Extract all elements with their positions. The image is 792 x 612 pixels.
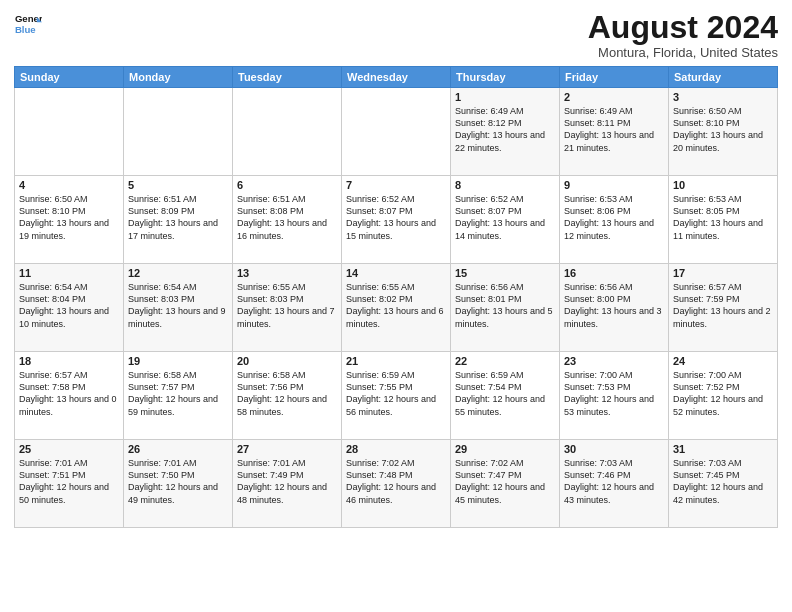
day-number: 23 — [564, 355, 664, 367]
cell-info: Sunrise: 6:53 AMSunset: 8:06 PMDaylight:… — [564, 193, 664, 242]
location-subtitle: Montura, Florida, United States — [588, 45, 778, 60]
cell-info: Sunrise: 6:49 AMSunset: 8:11 PMDaylight:… — [564, 105, 664, 154]
day-number: 25 — [19, 443, 119, 455]
cell-info: Sunrise: 7:01 AMSunset: 7:50 PMDaylight:… — [128, 457, 228, 506]
header-thursday: Thursday — [451, 67, 560, 88]
day-number: 6 — [237, 179, 337, 191]
day-number: 5 — [128, 179, 228, 191]
logo: General Blue — [14, 10, 42, 38]
cell-week2-day2: 6 Sunrise: 6:51 AMSunset: 8:08 PMDayligh… — [233, 176, 342, 264]
week-row-2: 4 Sunrise: 6:50 AMSunset: 8:10 PMDayligh… — [15, 176, 778, 264]
cell-week5-day3: 28 Sunrise: 7:02 AMSunset: 7:48 PMDaylig… — [342, 440, 451, 528]
cell-info: Sunrise: 7:00 AMSunset: 7:53 PMDaylight:… — [564, 369, 664, 418]
title-block: August 2024 Montura, Florida, United Sta… — [588, 10, 778, 60]
day-number: 1 — [455, 91, 555, 103]
cell-info: Sunrise: 6:56 AMSunset: 8:01 PMDaylight:… — [455, 281, 555, 330]
cell-info: Sunrise: 6:57 AMSunset: 7:59 PMDaylight:… — [673, 281, 773, 330]
cell-info: Sunrise: 7:03 AMSunset: 7:46 PMDaylight:… — [564, 457, 664, 506]
cell-week4-day4: 22 Sunrise: 6:59 AMSunset: 7:54 PMDaylig… — [451, 352, 560, 440]
cell-week5-day5: 30 Sunrise: 7:03 AMSunset: 7:46 PMDaylig… — [560, 440, 669, 528]
week-row-3: 11 Sunrise: 6:54 AMSunset: 8:04 PMDaylig… — [15, 264, 778, 352]
week-row-4: 18 Sunrise: 6:57 AMSunset: 7:58 PMDaylig… — [15, 352, 778, 440]
day-number: 30 — [564, 443, 664, 455]
day-number: 28 — [346, 443, 446, 455]
cell-info: Sunrise: 6:55 AMSunset: 8:03 PMDaylight:… — [237, 281, 337, 330]
svg-text:Blue: Blue — [15, 24, 36, 35]
cell-week3-day6: 17 Sunrise: 6:57 AMSunset: 7:59 PMDaylig… — [669, 264, 778, 352]
week-row-5: 25 Sunrise: 7:01 AMSunset: 7:51 PMDaylig… — [15, 440, 778, 528]
header-wednesday: Wednesday — [342, 67, 451, 88]
day-number: 11 — [19, 267, 119, 279]
cell-week1-day2 — [233, 88, 342, 176]
header-sunday: Sunday — [15, 67, 124, 88]
cell-week2-day5: 9 Sunrise: 6:53 AMSunset: 8:06 PMDayligh… — [560, 176, 669, 264]
day-number: 9 — [564, 179, 664, 191]
cell-info: Sunrise: 6:52 AMSunset: 8:07 PMDaylight:… — [346, 193, 446, 242]
header-saturday: Saturday — [669, 67, 778, 88]
cell-info: Sunrise: 6:56 AMSunset: 8:00 PMDaylight:… — [564, 281, 664, 330]
cell-week3-day4: 15 Sunrise: 6:56 AMSunset: 8:01 PMDaylig… — [451, 264, 560, 352]
cell-info: Sunrise: 6:54 AMSunset: 8:03 PMDaylight:… — [128, 281, 228, 330]
cell-week3-day2: 13 Sunrise: 6:55 AMSunset: 8:03 PMDaylig… — [233, 264, 342, 352]
day-number: 3 — [673, 91, 773, 103]
cell-week3-day5: 16 Sunrise: 6:56 AMSunset: 8:00 PMDaylig… — [560, 264, 669, 352]
cell-info: Sunrise: 6:58 AMSunset: 7:57 PMDaylight:… — [128, 369, 228, 418]
cell-week5-day2: 27 Sunrise: 7:01 AMSunset: 7:49 PMDaylig… — [233, 440, 342, 528]
cell-week4-day2: 20 Sunrise: 6:58 AMSunset: 7:56 PMDaylig… — [233, 352, 342, 440]
cell-info: Sunrise: 6:51 AMSunset: 8:08 PMDaylight:… — [237, 193, 337, 242]
day-number: 18 — [19, 355, 119, 367]
day-number: 27 — [237, 443, 337, 455]
cell-week4-day5: 23 Sunrise: 7:00 AMSunset: 7:53 PMDaylig… — [560, 352, 669, 440]
day-number: 26 — [128, 443, 228, 455]
cell-week4-day1: 19 Sunrise: 6:58 AMSunset: 7:57 PMDaylig… — [124, 352, 233, 440]
cell-info: Sunrise: 6:50 AMSunset: 8:10 PMDaylight:… — [673, 105, 773, 154]
cell-info: Sunrise: 7:02 AMSunset: 7:47 PMDaylight:… — [455, 457, 555, 506]
day-number: 24 — [673, 355, 773, 367]
day-number: 20 — [237, 355, 337, 367]
cell-week2-day0: 4 Sunrise: 6:50 AMSunset: 8:10 PMDayligh… — [15, 176, 124, 264]
cell-week2-day4: 8 Sunrise: 6:52 AMSunset: 8:07 PMDayligh… — [451, 176, 560, 264]
day-number: 14 — [346, 267, 446, 279]
day-number: 17 — [673, 267, 773, 279]
cell-week5-day0: 25 Sunrise: 7:01 AMSunset: 7:51 PMDaylig… — [15, 440, 124, 528]
cell-info: Sunrise: 7:00 AMSunset: 7:52 PMDaylight:… — [673, 369, 773, 418]
cell-week5-day6: 31 Sunrise: 7:03 AMSunset: 7:45 PMDaylig… — [669, 440, 778, 528]
cell-info: Sunrise: 7:01 AMSunset: 7:49 PMDaylight:… — [237, 457, 337, 506]
cell-week1-day0 — [15, 88, 124, 176]
calendar-page: General Blue August 2024 Montura, Florid… — [0, 0, 792, 612]
day-number: 21 — [346, 355, 446, 367]
cell-week2-day1: 5 Sunrise: 6:51 AMSunset: 8:09 PMDayligh… — [124, 176, 233, 264]
cell-week5-day1: 26 Sunrise: 7:01 AMSunset: 7:50 PMDaylig… — [124, 440, 233, 528]
cell-info: Sunrise: 7:03 AMSunset: 7:45 PMDaylight:… — [673, 457, 773, 506]
cell-week3-day1: 12 Sunrise: 6:54 AMSunset: 8:03 PMDaylig… — [124, 264, 233, 352]
cell-week4-day6: 24 Sunrise: 7:00 AMSunset: 7:52 PMDaylig… — [669, 352, 778, 440]
day-number: 29 — [455, 443, 555, 455]
day-number: 31 — [673, 443, 773, 455]
cell-info: Sunrise: 6:59 AMSunset: 7:55 PMDaylight:… — [346, 369, 446, 418]
day-number: 7 — [346, 179, 446, 191]
day-number: 10 — [673, 179, 773, 191]
cell-week3-day3: 14 Sunrise: 6:55 AMSunset: 8:02 PMDaylig… — [342, 264, 451, 352]
cell-info: Sunrise: 6:49 AMSunset: 8:12 PMDaylight:… — [455, 105, 555, 154]
cell-info: Sunrise: 6:54 AMSunset: 8:04 PMDaylight:… — [19, 281, 119, 330]
cell-week2-day3: 7 Sunrise: 6:52 AMSunset: 8:07 PMDayligh… — [342, 176, 451, 264]
month-year-title: August 2024 — [588, 10, 778, 45]
day-number: 16 — [564, 267, 664, 279]
cell-info: Sunrise: 6:52 AMSunset: 8:07 PMDaylight:… — [455, 193, 555, 242]
day-number: 12 — [128, 267, 228, 279]
cell-info: Sunrise: 6:55 AMSunset: 8:02 PMDaylight:… — [346, 281, 446, 330]
logo-icon: General Blue — [14, 10, 42, 38]
cell-week5-day4: 29 Sunrise: 7:02 AMSunset: 7:47 PMDaylig… — [451, 440, 560, 528]
cell-info: Sunrise: 6:51 AMSunset: 8:09 PMDaylight:… — [128, 193, 228, 242]
cell-week1-day3 — [342, 88, 451, 176]
cell-info: Sunrise: 6:50 AMSunset: 8:10 PMDaylight:… — [19, 193, 119, 242]
cell-week4-day3: 21 Sunrise: 6:59 AMSunset: 7:55 PMDaylig… — [342, 352, 451, 440]
day-number: 13 — [237, 267, 337, 279]
day-number: 19 — [128, 355, 228, 367]
header-tuesday: Tuesday — [233, 67, 342, 88]
cell-info: Sunrise: 6:53 AMSunset: 8:05 PMDaylight:… — [673, 193, 773, 242]
cell-week1-day5: 2 Sunrise: 6:49 AMSunset: 8:11 PMDayligh… — [560, 88, 669, 176]
cell-info: Sunrise: 6:57 AMSunset: 7:58 PMDaylight:… — [19, 369, 119, 418]
day-number: 2 — [564, 91, 664, 103]
cell-info: Sunrise: 6:58 AMSunset: 7:56 PMDaylight:… — [237, 369, 337, 418]
